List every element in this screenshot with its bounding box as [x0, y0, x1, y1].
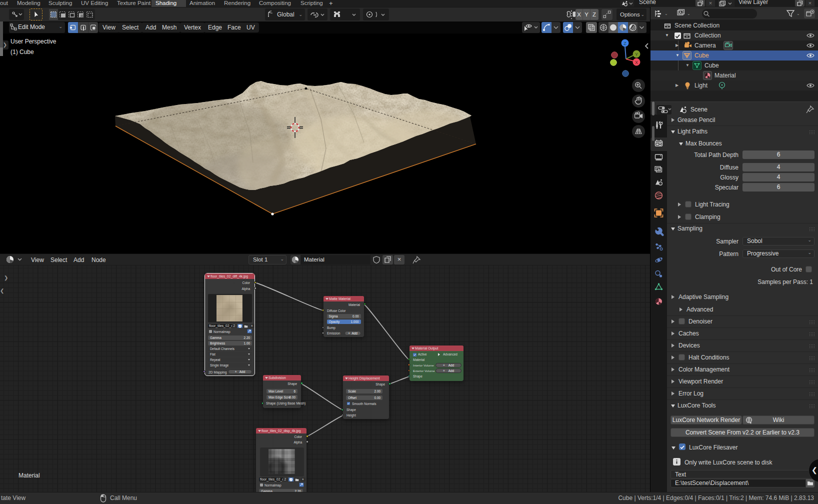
- svg-text:X: X: [635, 60, 638, 65]
- svg-text:Z: Z: [624, 41, 626, 46]
- svg-text:Y: Y: [635, 52, 638, 57]
